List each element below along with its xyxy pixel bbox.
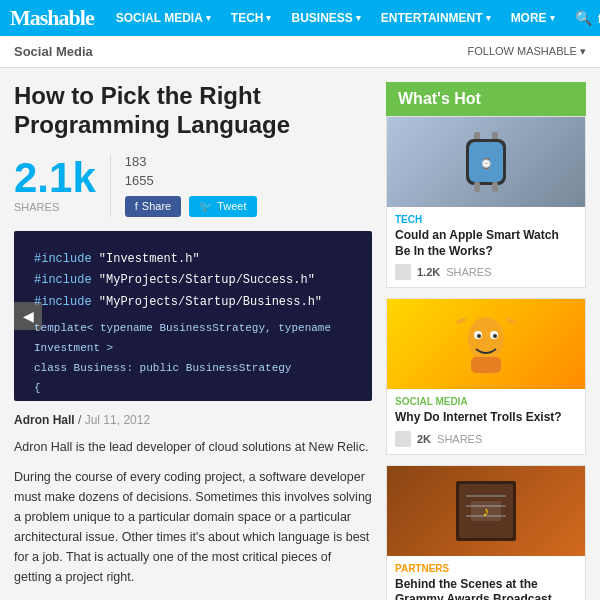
nav-item-business[interactable]: BUSINESS ▾ [283,7,368,29]
svg-text:⌚: ⌚ [480,157,493,170]
stat-number-2: 1655 [125,173,257,188]
nav-item-social-media[interactable]: SOCIAL MEDIA ▾ [108,7,219,29]
hot-item-shares-1: 1.2K SHARES [395,264,577,280]
social-buttons: f Share 🐦 Tweet [125,196,257,217]
hot-item-category-3: PARTNERS [395,563,577,574]
shares-count-2: 2K [417,433,431,445]
chevron-down-icon: ▾ [550,13,555,23]
author-line: Adron Hall / Jul 11, 2012 [14,413,372,427]
hot-item-1[interactable]: ⌚ TECH Could an Apple Smart Watch Be In … [386,116,586,288]
svg-rect-13 [456,318,467,325]
site-logo[interactable]: Mashable [10,5,94,31]
svg-rect-6 [492,182,498,192]
shares-big-number: 2.1k [14,157,96,199]
breadcrumb[interactable]: Social Media [14,44,93,59]
article-image: ◀ #include "Investment.h" #include "MyPr… [14,231,372,401]
facebook-icon: f [135,200,138,212]
sidebar: What's Hot ⌚ TECH Could an Apple Smart W… [386,82,586,600]
chevron-down-icon: ▾ [486,13,491,23]
nav-item-entertainment[interactable]: ENTERTAINMENT ▾ [373,7,499,29]
hot-item-body-2: SOCIAL MEDIA Why Do Internet Trolls Exis… [387,389,585,454]
shares-count-1: 1.2K [417,266,440,278]
svg-text:♪: ♪ [483,503,490,519]
nav-icons: 🔍 f 𝕥 g⁺ [567,6,600,30]
hot-item-3[interactable]: ♪ PARTNERS Behind the Scenes at the Gram… [386,465,586,600]
hot-item-title-1[interactable]: Could an Apple Smart Watch Be In the Wor… [395,228,577,259]
facebook-share-button[interactable]: f Share [125,196,181,217]
grammy-illustration: ♪ [451,476,521,546]
svg-rect-12 [471,357,501,373]
code-image-overlay: #include "Investment.h" #include "MyProj… [14,231,372,401]
hot-item-title-2[interactable]: Why Do Internet Trolls Exist? [395,410,577,426]
article-body: Adron Hall is the lead developer of clou… [14,437,372,600]
hot-item-title-3[interactable]: Behind the Scenes at the Grammy Awards B… [395,577,577,600]
svg-point-10 [477,334,481,338]
svg-point-11 [493,334,497,338]
hot-item-image-1: ⌚ [387,117,585,207]
secondary-bar: Social Media FOLLOW MASHABLE ▾ [0,36,600,68]
whats-hot-header: What's Hot [386,82,586,116]
author-name[interactable]: Adron Hall [14,413,75,427]
stats-row: 2.1k SHARES 183 1655 f Share 🐦 Tweet [14,154,372,217]
body-paragraph-1: During the course of every coding projec… [14,467,372,587]
twitter-share-button[interactable]: 🐦 Tweet [189,196,256,217]
shares-icon [395,264,411,280]
stats-numbers: 183 1655 f Share 🐦 Tweet [110,154,257,217]
troll-illustration [451,309,521,379]
twitter-icon: 🐦 [199,200,213,213]
article-column: How to Pick the Right Programming Langua… [14,82,372,600]
chevron-down-icon: ▾ [206,13,211,23]
nav-item-more[interactable]: MORE ▾ [503,7,563,29]
hot-item-body-3: PARTNERS Behind the Scenes at the Grammy… [387,556,585,600]
search-icon[interactable]: 🔍 [575,10,592,26]
smartwatch-illustration: ⌚ [456,127,516,197]
nav-item-tech[interactable]: TECH ▾ [223,7,280,29]
follow-mashable-button[interactable]: FOLLOW MASHABLE ▾ [468,45,586,58]
hot-item-image-3: ♪ [387,466,585,556]
hot-item-image-2 [387,299,585,389]
chevron-down-icon: ▾ [266,13,271,23]
shares-icon [395,431,411,447]
svg-rect-5 [474,182,480,192]
hot-item-category-1: TECH [395,214,577,225]
separator: / [78,413,85,427]
article-title: How to Pick the Right Programming Langua… [14,82,372,140]
hot-item-category-2: SOCIAL MEDIA [395,396,577,407]
author-bio: Adron Hall is the lead developer of clou… [14,437,372,457]
article-date: Jul 11, 2012 [85,413,150,427]
shares-count-display: 2.1k SHARES [14,157,96,213]
top-navigation: Mashable SOCIAL MEDIA ▾ TECH ▾ BUSINESS … [0,0,600,36]
main-layout: How to Pick the Right Programming Langua… [0,68,600,600]
hot-item-2[interactable]: SOCIAL MEDIA Why Do Internet Trolls Exis… [386,298,586,455]
stat-number-1: 183 [125,154,257,169]
svg-rect-14 [506,318,517,325]
hot-item-body-1: TECH Could an Apple Smart Watch Be In th… [387,207,585,287]
svg-point-7 [468,317,504,361]
chevron-down-icon: ▾ [356,13,361,23]
shares-label: SHARES [14,201,96,213]
body-paragraph-2: Too often, languages are applied to a pr… [14,597,372,600]
hot-item-shares-2: 2K SHARES [395,431,577,447]
